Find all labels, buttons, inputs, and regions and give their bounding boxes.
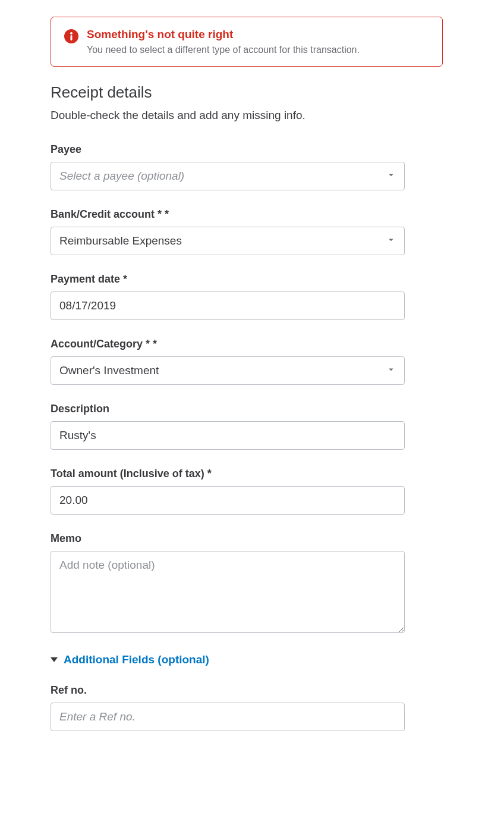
payment-date-label: Payment date * (51, 273, 405, 286)
account-category-field: Account/Category * * Owner's Investment (51, 338, 405, 385)
description-label: Description (51, 403, 405, 415)
payment-date-field: Payment date * (51, 273, 405, 320)
account-category-value: Owner's Investment (59, 364, 159, 377)
additional-fields-label: Additional Fields (optional) (64, 653, 209, 666)
bank-credit-field: Bank/Credit account * * Reimbursable Exp… (51, 208, 405, 255)
payment-date-input[interactable] (51, 292, 405, 320)
total-amount-input[interactable] (51, 486, 405, 515)
bank-credit-value: Reimbursable Expenses (59, 234, 182, 247)
total-amount-field: Total amount (Inclusive of tax) * (51, 468, 405, 515)
account-category-label: Account/Category * * (51, 338, 405, 350)
total-amount-label: Total amount (Inclusive of tax) * (51, 468, 405, 480)
bank-credit-label: Bank/Credit account * * (51, 208, 405, 221)
bank-credit-select[interactable]: Reimbursable Expenses (51, 227, 405, 255)
payee-field: Payee Select a payee (optional) (51, 143, 405, 190)
memo-label: Memo (51, 532, 405, 545)
alert-icon (64, 29, 78, 43)
memo-textarea[interactable] (51, 551, 405, 633)
svg-point-0 (70, 32, 73, 35)
alert-body: Something's not quite right You need to … (87, 28, 428, 55)
caret-down-icon (51, 657, 58, 662)
payee-label: Payee (51, 143, 405, 156)
svg-rect-1 (71, 35, 73, 40)
ref-no-input[interactable] (51, 703, 405, 731)
description-input[interactable] (51, 421, 405, 450)
error-alert: Something's not quite right You need to … (51, 17, 443, 67)
ref-no-label: Ref no. (51, 684, 405, 697)
payee-select[interactable]: Select a payee (optional) (51, 162, 405, 190)
memo-field: Memo (51, 532, 405, 635)
alert-title: Something's not quite right (87, 28, 428, 41)
description-field: Description (51, 403, 405, 450)
additional-fields-toggle[interactable]: Additional Fields (optional) (51, 653, 453, 666)
section-title: Receipt details (51, 83, 453, 102)
account-category-select[interactable]: Owner's Investment (51, 356, 405, 385)
ref-no-field: Ref no. (51, 684, 405, 731)
payee-placeholder: Select a payee (optional) (59, 170, 184, 182)
section-subtitle: Double-check the details and add any mis… (51, 109, 453, 122)
alert-message: You need to select a different type of a… (87, 45, 428, 55)
